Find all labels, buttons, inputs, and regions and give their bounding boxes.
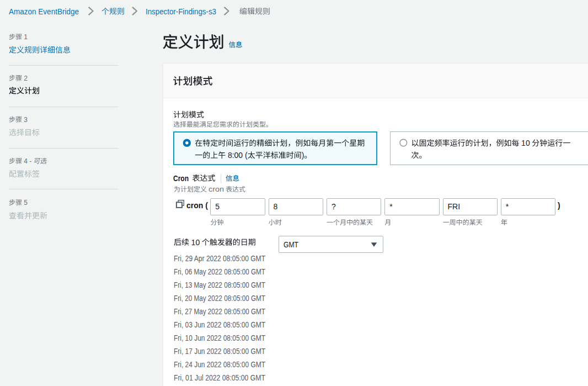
- svg-text:cron: cron: [209, 186, 224, 193]
- svg-text:): ): [302, 151, 304, 160]
- svg-text:Fri, 06 May 2022 08:05:00 GMT: Fri, 06 May 2022 08:05:00 GMT: [174, 267, 265, 276]
- svg-text:Fri, 20 May 2022 08:05:00 GMT: Fri, 20 May 2022 08:05:00 GMT: [174, 294, 265, 303]
- svg-text:*: *: [389, 202, 393, 211]
- svg-text:Fri, 27 May 2022 08:05:00 GMT: Fri, 27 May 2022 08:05:00 GMT: [174, 307, 265, 316]
- svg-text:): ): [558, 201, 560, 210]
- svg-text:4 -: 4 -: [24, 157, 31, 165]
- svg-text:Fri, 24 Jun 2022 08:05:00 GMT: Fri, 24 Jun 2022 08:05:00 GMT: [174, 360, 265, 369]
- svg-text:10: 10: [521, 139, 530, 147]
- svg-text:5: 5: [215, 202, 220, 211]
- svg-text:Fri, 13 May 2022 08:05:00 GMT: Fri, 13 May 2022 08:05:00 GMT: [174, 281, 265, 289]
- svg-text:Fri, 03 Jun 2022 08:05:00 GMT: Fri, 03 Jun 2022 08:05:00 GMT: [174, 320, 265, 329]
- svg-text:10: 10: [191, 238, 200, 247]
- svg-text:3: 3: [24, 116, 28, 124]
- svg-text:Cron: Cron: [173, 174, 189, 183]
- svg-text:Fri, 10 Jun 2022 08:05:00 GMT: Fri, 10 Jun 2022 08:05:00 GMT: [174, 334, 265, 342]
- svg-text:Fri, 29 Apr 2022 08:05:00 GMT: Fri, 29 Apr 2022 08:05:00 GMT: [174, 254, 265, 263]
- svg-text:GMT: GMT: [284, 240, 298, 249]
- svg-text:Amazon EventBridge: Amazon EventBridge: [9, 7, 79, 16]
- svg-text:2: 2: [24, 75, 28, 82]
- svg-text:5: 5: [24, 199, 28, 207]
- svg-text:?: ?: [332, 202, 336, 211]
- svg-text:*: *: [506, 202, 509, 211]
- svg-text:1: 1: [24, 33, 28, 41]
- svg-text:FRI: FRI: [448, 202, 461, 211]
- svg-text:Fri, 17 Jun 2022 08:05:00 GMT: Fri, 17 Jun 2022 08:05:00 GMT: [174, 347, 265, 356]
- svg-text:Inspector-Findings-s3: Inspector-Findings-s3: [146, 7, 216, 16]
- svg-text:8: 8: [274, 202, 278, 211]
- svg-text:cron (: cron (: [186, 201, 208, 210]
- svg-text:Fri, 01 Jul 2022 08:05:00 GMT: Fri, 01 Jul 2022 08:05:00 GMT: [174, 373, 265, 382]
- svg-text:8:00 (: 8:00 (: [228, 151, 248, 160]
